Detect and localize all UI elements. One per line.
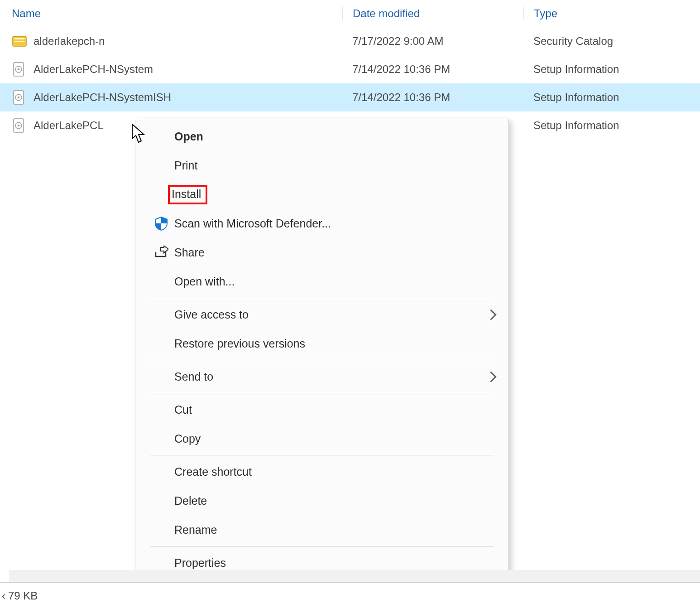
file-name: AlderLakePCH-NSystemISH	[34, 91, 171, 104]
status-bar: ‹ 79 KB	[0, 582, 700, 609]
menu-label: Restore previous versions	[173, 337, 305, 350]
file-name: alderlakepch-n	[34, 35, 105, 48]
menu-label: Send to	[173, 370, 213, 383]
file-type: Setup Information	[523, 91, 700, 104]
menu-label: Create shortcut	[173, 465, 252, 478]
horizontal-scrollbar[interactable]	[9, 570, 700, 582]
menu-label: Copy	[173, 432, 201, 445]
header-name[interactable]: Name	[12, 7, 342, 20]
menu-label: Properties	[173, 556, 226, 570]
setup-info-icon	[12, 118, 27, 133]
menu-separator	[150, 298, 494, 298]
file-name: AlderLakePCH-NSystem	[34, 63, 153, 76]
menu-separator	[150, 360, 494, 360]
header-date[interactable]: Date modified	[342, 7, 523, 20]
menu-defender[interactable]: Scan with Microsoft Defender...	[135, 209, 508, 238]
menu-open[interactable]: Open	[135, 122, 508, 151]
menu-print[interactable]: Print	[135, 151, 508, 180]
menu-separator	[150, 393, 494, 393]
svg-rect-1	[14, 38, 24, 39]
menu-open-with[interactable]: Open with...	[135, 267, 508, 296]
svg-point-11	[18, 125, 20, 127]
menu-separator	[150, 546, 494, 546]
defender-shield-icon	[150, 216, 173, 231]
menu-label: Scan with Microsoft Defender...	[173, 217, 331, 230]
menu-create-shortcut[interactable]: Create shortcut	[135, 457, 508, 486]
menu-label: Print	[173, 159, 197, 172]
menu-delete[interactable]: Delete	[135, 486, 508, 515]
menu-label: Share	[173, 246, 205, 259]
file-type: Security Catalog	[523, 35, 700, 48]
menu-label: Open with...	[173, 275, 235, 288]
file-row[interactable]: alderlakepch-n 7/17/2022 9:00 AM Securit…	[0, 27, 700, 55]
menu-label: Delete	[173, 494, 207, 508]
menu-label: Give access to	[173, 308, 249, 321]
menu-copy[interactable]: Copy	[135, 424, 508, 453]
svg-rect-2	[14, 41, 24, 42]
status-size: 79 KB	[8, 590, 38, 602]
file-date: 7/14/2022 10:36 PM	[342, 63, 523, 76]
file-type: Setup Information	[523, 119, 700, 132]
status-left-truncated: ‹	[2, 590, 5, 602]
svg-point-5	[18, 68, 20, 71]
menu-share[interactable]: Share	[135, 238, 508, 267]
menu-separator	[150, 455, 494, 455]
menu-label: Open	[173, 130, 203, 143]
menu-label: Rename	[173, 523, 217, 536]
column-headers: Name Date modified Type	[0, 0, 700, 27]
menu-install[interactable]: Install	[135, 180, 508, 209]
menu-give-access[interactable]: Give access to	[135, 300, 508, 329]
file-type: Setup Information	[523, 63, 700, 76]
svg-point-8	[18, 97, 20, 99]
setup-info-icon	[12, 62, 27, 77]
file-row-selected[interactable]: AlderLakePCH-NSystemISH 7/14/2022 10:36 …	[0, 83, 700, 111]
context-menu: Open Print Install Scan with Microsoft D…	[135, 119, 509, 586]
file-date: 7/14/2022 10:36 PM	[342, 91, 523, 104]
menu-label-highlighted: Install	[168, 185, 207, 204]
share-icon	[150, 246, 173, 259]
file-name: AlderLakePCL	[34, 119, 104, 132]
header-type[interactable]: Type	[523, 7, 700, 20]
menu-cut[interactable]: Cut	[135, 395, 508, 424]
menu-label: Cut	[173, 403, 192, 416]
file-row[interactable]: AlderLakePCH-NSystem 7/14/2022 10:36 PM …	[0, 55, 700, 83]
menu-rename[interactable]: Rename	[135, 515, 508, 544]
menu-send-to[interactable]: Send to	[135, 362, 508, 391]
setup-info-icon	[12, 90, 27, 105]
file-date: 7/17/2022 9:00 AM	[342, 35, 523, 48]
menu-restore-versions[interactable]: Restore previous versions	[135, 329, 508, 358]
security-catalog-icon	[12, 34, 27, 49]
